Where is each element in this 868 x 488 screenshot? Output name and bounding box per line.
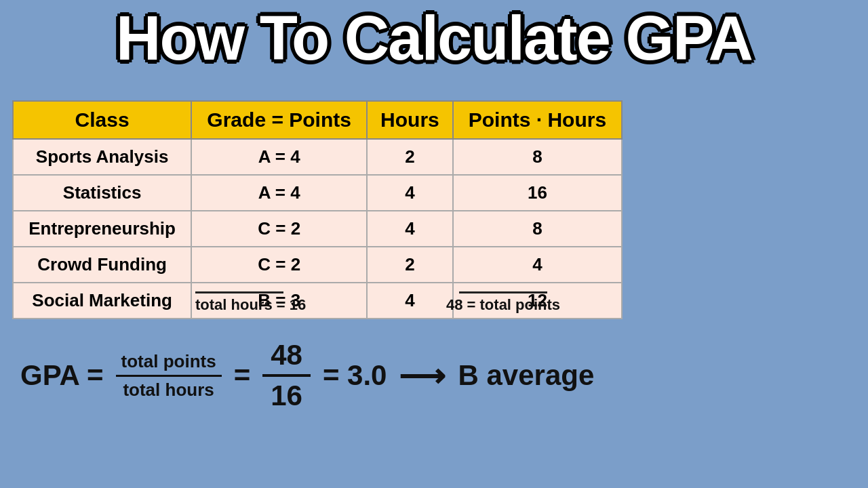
class-cell: Statistics <box>13 175 191 211</box>
hours-underline <box>195 291 283 293</box>
table-row: Crowd Funding C = 2 2 4 <box>13 247 622 283</box>
grade-cell: C = 2 <box>191 211 367 247</box>
class-cell: Sports Analysis <box>13 139 191 175</box>
b-average-text: B average <box>458 359 594 392</box>
gpa-table-container: Class Grade = Points Hours Points · Hour… <box>12 100 623 319</box>
hours-cell: 4 <box>367 175 453 211</box>
gpa-numeric-fraction: 48 16 <box>262 339 311 412</box>
col-header-hours: Hours <box>367 101 453 139</box>
arrow-icon: ⟶ <box>399 357 446 394</box>
equals-sign-1: = <box>234 359 251 392</box>
denominator: 16 <box>262 377 311 412</box>
total-hours-column: total hours = 16 <box>12 291 216 314</box>
fraction-top-text: total points <box>116 351 222 377</box>
points-cell: 4 <box>453 247 622 283</box>
gpa-formula: GPA = total points total hours = 48 16 =… <box>20 339 594 412</box>
total-points-text: 48 = total points <box>446 296 560 313</box>
points-cell: 16 <box>453 175 622 211</box>
points-cell: 8 <box>453 211 622 247</box>
class-cell: Crowd Funding <box>13 247 191 283</box>
col-header-points-hours: Points · Hours <box>453 101 622 139</box>
title-text: How To Calculate GPA <box>116 3 752 73</box>
fraction-bottom-text: total hours <box>117 377 219 401</box>
gpa-text-fraction: total points total hours <box>116 351 222 401</box>
col-header-class: Class <box>13 101 191 139</box>
table-row: Statistics A = 4 4 16 <box>13 175 622 211</box>
total-points-column: 48 = total points <box>446 291 560 314</box>
result-equal: = 3.0 <box>323 359 387 392</box>
page-title: How To Calculate GPA <box>0 0 868 76</box>
gpa-label: GPA = <box>20 359 104 392</box>
hours-cell: 2 <box>367 247 453 283</box>
totals-row: total hours = 16 48 = total points <box>12 291 623 314</box>
class-cell: Entrepreneurship <box>13 211 191 247</box>
hours-cell: 4 <box>367 211 453 247</box>
points-underline <box>459 291 547 293</box>
hours-cell: 2 <box>367 139 453 175</box>
grade-cell: A = 4 <box>191 175 367 211</box>
table-header-row: Class Grade = Points Hours Points · Hour… <box>13 101 622 139</box>
gpa-table: Class Grade = Points Hours Points · Hour… <box>12 100 623 319</box>
col-header-grade: Grade = Points <box>191 101 367 139</box>
table-row: Entrepreneurship C = 2 4 8 <box>13 211 622 247</box>
table-row: Sports Analysis A = 4 2 8 <box>13 139 622 175</box>
grade-cell: C = 2 <box>191 247 367 283</box>
total-hours-text: total hours = 16 <box>195 296 306 313</box>
numerator: 48 <box>262 339 311 377</box>
points-cell: 8 <box>453 139 622 175</box>
grade-cell: A = 4 <box>191 139 367 175</box>
